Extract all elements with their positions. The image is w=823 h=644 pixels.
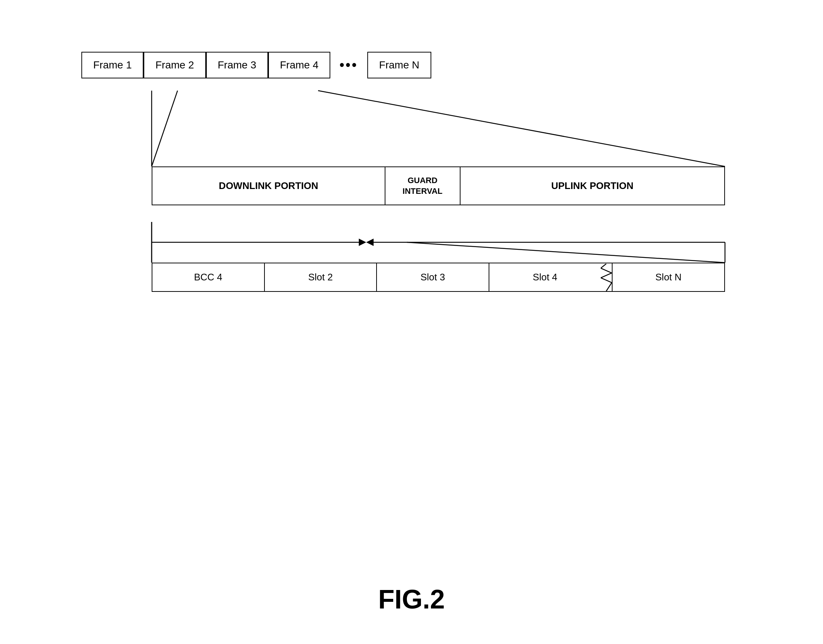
slot-2-label: Slot 2 <box>308 271 333 283</box>
guard-interval-label: GUARDINTERVAL <box>402 175 442 196</box>
slot-n-label: Slot N <box>656 271 682 283</box>
frame-n-box: Frame N <box>367 52 431 78</box>
slot-4-label: Slot 4 <box>533 271 558 283</box>
uplink-portion-label: UPLINK PORTION <box>551 180 633 192</box>
svg-marker-5 <box>359 239 366 246</box>
frame-4-label: Frame 4 <box>280 59 319 71</box>
frame-n-label: Frame N <box>379 59 420 71</box>
frame-1-label: Frame 1 <box>93 59 132 71</box>
downlink-portion-label: DOWNLINK PORTION <box>219 180 319 192</box>
frame-2-box: Frame 2 <box>144 52 206 78</box>
frame-dots: ••• <box>330 57 367 73</box>
frame-4-box: Frame 4 <box>268 52 330 78</box>
frame-1-box: Frame 1 <box>81 52 144 78</box>
bcc-slot-label: BCC 4 <box>194 271 223 283</box>
bcc-slot-box: BCC 4 <box>152 263 264 292</box>
svg-line-2 <box>318 90 725 166</box>
uplink-portion-box: UPLINK PORTION <box>460 166 725 205</box>
svg-line-1 <box>152 90 178 166</box>
slot-3-label: Slot 3 <box>421 271 445 283</box>
slot-3-box: Slot 3 <box>376 263 489 292</box>
svg-line-10 <box>407 242 725 263</box>
frame-structure-row: DOWNLINK PORTION GUARDINTERVAL UPLINK PO… <box>152 166 725 205</box>
slots-row: BCC 4 Slot 2 Slot 3 Slot 4 Slot N <box>152 263 725 292</box>
slot-n-box: Slot N <box>612 263 725 292</box>
slot-2-box: Slot 2 <box>264 263 377 292</box>
frame-3-box: Frame 3 <box>206 52 268 78</box>
slot-4-box: Slot 4 <box>489 263 601 292</box>
frames-row: Frame 1 Frame 2 Frame 3 Frame 4 ••• Fram… <box>81 52 431 78</box>
figure-label: FIG.2 <box>378 584 444 615</box>
svg-marker-7 <box>366 239 374 246</box>
downlink-portion-box: DOWNLINK PORTION <box>152 166 385 205</box>
frame-3-label: Frame 3 <box>218 59 256 71</box>
guard-interval-box: GUARDINTERVAL <box>385 166 460 205</box>
frame-2-label: Frame 2 <box>155 59 194 71</box>
zigzag-break <box>601 263 612 292</box>
